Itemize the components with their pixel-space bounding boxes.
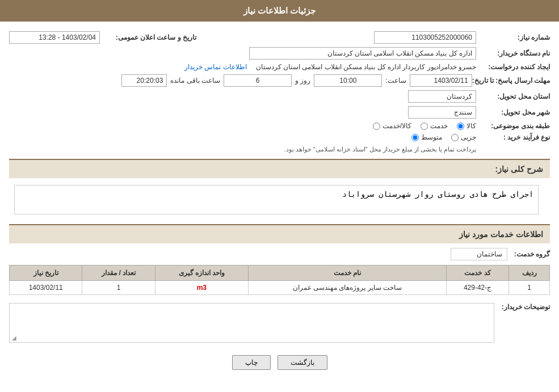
creator-row: ایجاد کننده درخواست: جسرو خدامرادپور کار… [9, 63, 550, 71]
resize-handle: ◢ [12, 335, 16, 341]
purchase-type-radios: جزیی متوسط [284, 133, 476, 141]
deadline-remaining: 20:20:03 [121, 74, 167, 87]
province-label: استان محل تحویل: [476, 92, 550, 100]
creator-value: جسرو خدامرادپور کاربردار اداره کل بنیاد … [256, 63, 476, 71]
purchase-motavasset: متوسط [411, 133, 442, 141]
cell-row: 1 [509, 281, 550, 295]
province-value: کردستان [408, 90, 476, 103]
cell-code: ج-42-429 [446, 281, 509, 295]
buyer-desc-row: توضیحات خریدار: ◢ [9, 301, 550, 345]
province-row: استان محل تحویل: کردستان [9, 90, 550, 103]
need-number-label: شماره نیاز: [476, 33, 550, 41]
content-area: شماره نیاز: 1103005252000060 تاریخ و ساع… [0, 22, 559, 382]
category-khadamat-label: خدمت [430, 122, 448, 130]
category-kala-radio[interactable] [457, 123, 464, 130]
cell-unit: m3 [155, 281, 248, 295]
category-label: طبقه بندی موضوعی: [476, 122, 550, 130]
page-header: جزئیات اطلاعات نیاز [0, 0, 559, 22]
deadline-label: مهلت ارسال پاسخ: تا تاریخ: [472, 77, 550, 85]
description-area: اجرای طرح هادی روستای روار شهرستان سرواب… [9, 183, 550, 218]
page-title: جزئیات اطلاعات نیاز [243, 6, 316, 15]
deadline-date: 1403/02/11 [410, 74, 472, 87]
creator-contact-link[interactable]: اطلاعات تماس خریدار [184, 63, 247, 71]
purchase-type-row: نوع فرآیند خرید : جزیی متوسط پرداخت تمام… [9, 133, 550, 153]
description-textarea[interactable]: اجرای طرح هادی روستای روار شهرستان سرواب… [14, 185, 539, 214]
purchase-motavasset-label: متوسط [421, 133, 442, 141]
service-table-body: 1 ج-42-429 ساخت سایر پروژه‌های مهندسی عم… [10, 281, 550, 295]
deadline-row: مهلت ارسال پاسخ: تا تاریخ: 1403/02/11 سا… [9, 74, 550, 87]
buyer-desc-container: ◢ [9, 301, 494, 345]
cell-quantity: 1 [82, 281, 155, 295]
category-khadamat-radio[interactable] [421, 123, 428, 130]
cell-name: ساخت سایر پروژه‌های مهندسی عمران [249, 281, 447, 295]
col-quantity: تعداد / مقدار [82, 265, 155, 281]
service-table: ردیف کد خدمت نام خدمت واحد اندازه گیری ت… [9, 265, 550, 295]
category-kala: کالا [457, 122, 476, 130]
buyer-org-label: نام دستگاه خریدار: [476, 49, 550, 57]
col-name: نام خدمت [249, 265, 447, 281]
buttons-row: بازگشت چاپ [9, 347, 550, 376]
need-number-value: 1103005252000060 [374, 31, 476, 44]
buyer-org-value: اداره کل بنیاد مسکن انقلاب اسلامی استان … [249, 47, 476, 60]
group-service-label: گروه خدمت: [514, 250, 550, 258]
buyer-desc-box: ◢ [9, 303, 494, 343]
category-kala-label: کالا [466, 122, 476, 130]
description-section-title: شرح کلی نیاز: [495, 165, 543, 174]
purchase-jozyi-radio[interactable] [451, 134, 459, 141]
deadline-time: 10:00 [314, 74, 382, 87]
purchase-type-label: نوع فرآیند خرید : [476, 133, 550, 141]
buyer-desc-label: توضیحات خریدار: [499, 301, 550, 311]
category-kala-khadamat: کالا/خدمت [373, 122, 411, 130]
announcement-datetime-label: تاریخ و ساعت اعلان عمومی: [100, 33, 196, 41]
cell-date: 1403/02/11 [10, 281, 82, 295]
city-row: شهر محل تحویل: سنندج [9, 106, 550, 119]
category-khadamat: خدمت [421, 122, 448, 130]
deadline-remaining-label: ساعت باقی مانده [170, 77, 220, 85]
col-date: تاریخ نیاز [10, 265, 82, 281]
purchase-type-options: جزیی متوسط پرداخت تمام یا بخشی از مبلغ خ… [284, 133, 476, 153]
buyer-org-row: نام دستگاه خریدار: اداره کل بنیاد مسکن ا… [9, 47, 550, 60]
announcement-datetime-value: 1403/02/04 - 13:28 [9, 31, 100, 44]
purchase-jozyi: جزیی [451, 133, 476, 141]
page-wrapper: جزئیات اطلاعات نیاز شماره نیاز: 11030052… [0, 0, 559, 392]
group-service-row: گروه خدمت: ساختمان [9, 248, 550, 260]
city-value: سنندج [408, 106, 476, 119]
category-kala-khadamat-radio[interactable] [373, 123, 380, 130]
back-button[interactable]: بازگشت [278, 355, 327, 370]
category-row: طبقه بندی موضوعی: کالا خدمت کالا/خدمت [9, 122, 550, 130]
col-unit: واحد اندازه گیری [155, 265, 248, 281]
category-kala-khadamat-label: کالا/خدمت [383, 122, 411, 130]
need-number-row: شماره نیاز: 1103005252000060 تاریخ و ساع… [9, 31, 550, 44]
services-section-header: اطلاعات خدمات مورد نیاز [9, 224, 550, 243]
purchase-notice: پرداخت تمام یا بخشی از مبلغ خریداز محل "… [284, 146, 476, 153]
print-button[interactable]: چاپ [232, 355, 271, 370]
services-section-title: اطلاعات خدمات مورد نیاز [459, 230, 543, 239]
service-table-header: ردیف کد خدمت نام خدمت واحد اندازه گیری ت… [10, 265, 550, 281]
creator-label: ایجاد کننده درخواست: [476, 63, 550, 71]
col-code: کد خدمت [446, 265, 509, 281]
group-service-value: ساختمان [451, 248, 507, 260]
col-row: ردیف [509, 265, 550, 281]
deadline-days: 6 [224, 74, 292, 87]
purchase-jozyi-label: جزیی [461, 133, 476, 141]
purchase-motavasset-radio[interactable] [411, 134, 419, 141]
description-section-header: شرح کلی نیاز: [9, 159, 550, 178]
category-options: کالا خدمت کالا/خدمت [373, 122, 476, 130]
table-row: 1 ج-42-429 ساخت سایر پروژه‌های مهندسی عم… [10, 281, 550, 295]
city-label: شهر محل تحویل: [476, 108, 550, 116]
deadline-days-label: روز و [295, 77, 310, 85]
deadline-time-label: ساعت: [385, 77, 406, 85]
